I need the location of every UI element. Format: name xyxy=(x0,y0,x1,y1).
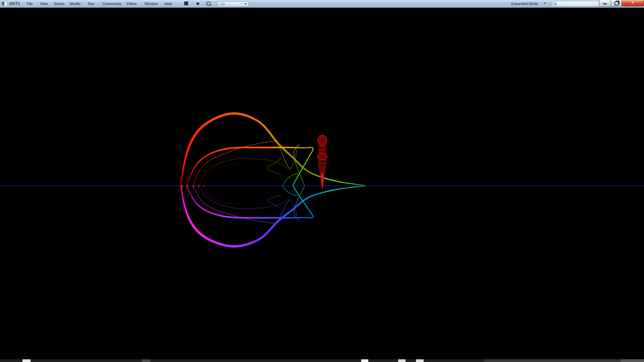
menu-test[interactable]: Test xyxy=(88,2,94,6)
menu-filters[interactable]: Filters xyxy=(127,2,137,6)
mode-chevron-down-icon[interactable] xyxy=(543,3,546,4)
search-icon xyxy=(553,2,556,5)
menu-commands[interactable]: Commands xyxy=(102,2,121,6)
mode-label[interactable]: Expanded Mode xyxy=(511,2,538,6)
search-input[interactable] xyxy=(552,1,601,6)
menu-view[interactable]: View xyxy=(40,2,48,6)
chevron-down-icon[interactable] xyxy=(244,3,247,5)
record-icon[interactable] xyxy=(197,2,199,5)
menu-file[interactable]: File xyxy=(27,2,33,6)
restore-button[interactable] xyxy=(611,0,622,6)
window-title: ANTz xyxy=(9,1,20,6)
combobox-value: csv xyxy=(220,2,225,6)
3d-viewport[interactable] xyxy=(0,0,644,362)
menu-select[interactable]: Select xyxy=(54,2,64,6)
close-icon: ✕ xyxy=(622,0,644,5)
taskbar-segment[interactable] xyxy=(142,359,150,362)
menu-modify[interactable]: Modify xyxy=(70,2,80,6)
taskbar-segment[interactable] xyxy=(621,359,644,362)
taskbar-segment[interactable] xyxy=(398,359,406,362)
close-button[interactable]: ✕ xyxy=(622,0,644,6)
application-window: ANTz File View Select Modify Test Comman… xyxy=(0,0,644,362)
titlebar: ANTz File View Select Modify Test Comman… xyxy=(0,0,644,8)
minimize-button[interactable] xyxy=(599,0,611,6)
restore-icon xyxy=(614,1,619,5)
menu-help[interactable]: Help xyxy=(164,2,172,6)
taskbar-edge[interactable] xyxy=(0,359,644,362)
taskbar-segment[interactable] xyxy=(22,359,31,362)
grid-icon[interactable] xyxy=(184,1,188,5)
menu-window[interactable]: Window xyxy=(145,2,158,6)
magnifier-icon[interactable] xyxy=(206,1,211,6)
app-icon[interactable] xyxy=(1,1,7,7)
file-type-combobox[interactable]: csv xyxy=(218,1,249,7)
taskbar-segment[interactable] xyxy=(484,359,644,362)
minimize-icon xyxy=(603,3,607,4)
app-icon-art xyxy=(2,2,4,5)
taskbar-segment[interactable] xyxy=(361,359,368,362)
taskbar-segment[interactable] xyxy=(416,359,424,362)
